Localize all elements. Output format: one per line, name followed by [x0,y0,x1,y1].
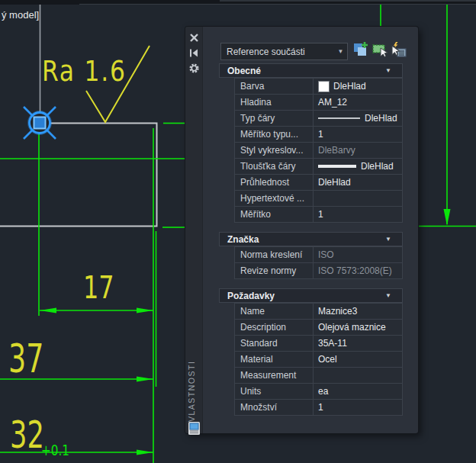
property-row: Norma kresleníISO [235,246,402,262]
object-type-dropdown[interactable]: Reference součásti ▼ [220,43,348,60]
dimension-text-17: 17 [83,269,114,306]
property-value[interactable] [314,368,402,383]
property-value[interactable]: 1 [314,400,402,415]
property-row: Unitsea [235,383,402,399]
property-label: Množství [235,400,314,415]
property-value-text: ISO [318,249,334,260]
property-row: BarvaDleHlad [235,78,402,94]
property-value[interactable]: 1 [314,207,402,222]
property-value[interactable]: Ocel [314,352,402,367]
property-value[interactable]: DleHlad [314,111,402,126]
property-value-text: Olejová maznice [318,322,386,333]
property-value-text: 1 [318,209,323,220]
property-row: Měřítko typu...1 [235,126,402,142]
section-rows: BarvaDleHladHladinaAM_12Typ čáryDleHladM… [234,78,403,223]
property-row: NameMaznice3 [235,303,402,319]
property-value[interactable]: DleHlad [314,159,402,174]
color-swatch-icon [318,81,330,92]
property-value[interactable]: Olejová maznice [314,320,402,335]
property-label: Units [235,384,314,399]
property-row: DescriptionOlejová maznice [235,319,402,335]
property-value-text: DleHlad [333,81,366,92]
select-objects-button[interactable] [371,41,388,58]
palette-sidebar[interactable]: VLASTNOSTI [185,27,203,433]
property-value-text: 1 [318,129,323,140]
property-label: Měřítko [235,207,314,222]
chevron-down-icon: ▼ [334,48,347,55]
section-header-1[interactable]: Značka▼ [219,232,403,246]
property-row: HladinaAM_12 [235,94,402,110]
property-label: Měřítko typu... [235,127,314,142]
property-value[interactable]: ea [314,384,402,399]
tolerance-upper: +0.1 [41,440,69,460]
section-rows: Norma kresleníISORevize normyISO 7573:20… [234,246,403,279]
property-label: Material [235,352,314,367]
property-row: Revize normyISO 7573:2008(E) [235,262,402,278]
property-label: Průhlednost [235,175,314,190]
dimension-text-37: 37 [8,336,43,381]
toggle-pickadd-button[interactable] [352,41,368,58]
property-label: Typ čáry [235,111,314,126]
surface-finish-text: Ra 1.6 [42,55,127,88]
section-title: Značka [220,234,385,245]
property-value-text: DleHlad [365,113,397,124]
property-row: Typ čáryDleHlad [235,110,402,126]
chevron-down-icon[interactable]: ▼ [385,236,402,243]
quick-select-button[interactable] [390,41,407,58]
property-label: Description [235,320,314,335]
property-value[interactable]: Maznice3 [314,304,402,319]
palette-title-vertical[interactable]: VLASTNOSTI [187,356,201,426]
property-label: Name [235,304,314,319]
auto-hide-icon[interactable] [188,47,200,59]
property-value-text: DleBarvy [318,145,355,156]
section-rows: NameMaznice3DescriptionOlejová mazniceSt… [234,303,403,416]
grip-marker[interactable] [24,107,56,139]
property-value[interactable]: DleHlad [314,175,402,190]
dimension-text-32: 32 [10,413,44,457]
property-row: Množství1 [235,399,402,415]
chevron-down-icon[interactable]: ▼ [385,292,402,299]
chevron-down-icon[interactable]: ▼ [385,67,402,74]
properties-grid: Obecné▼BarvaDleHladHladinaAM_12Typ čáryD… [219,63,403,416]
property-value[interactable]: DleBarvy [314,143,402,158]
property-label: Barva [235,79,314,94]
property-value-text: ISO 7573:2008(E) [318,265,392,276]
linetype-sample-icon [318,165,356,168]
section-header-2[interactable]: Požadavky▼ [219,288,403,303]
property-label: Revize normy [235,263,314,278]
property-label: Standard [235,336,314,351]
property-row: Measurement [235,367,402,383]
property-label: Measurement [235,368,314,383]
property-row: Měřítko1 [235,206,402,222]
property-row: PrůhlednostDleHlad [235,174,402,190]
linetype-sample-icon [318,117,360,119]
close-icon[interactable] [188,32,200,43]
section-title: Požadavky [220,291,385,301]
object-type-value: Reference součásti [221,47,334,57]
settings-gear-icon[interactable] [188,63,200,74]
property-value[interactable]: ISO [314,247,402,262]
properties-palette: VLASTNOSTI Reference součásti ▼ Obecné▼B… [185,27,418,433]
properties-window-icon [188,421,201,436]
section-title: Obecné [220,66,385,76]
property-value[interactable]: 35A-11 [314,336,402,351]
property-value[interactable]: ISO 7573:2008(E) [314,263,402,278]
property-value-text: Maznice3 [318,306,357,317]
section-header-0[interactable]: Obecné▼ [219,63,403,78]
property-value-text: Ocel [318,354,337,365]
property-row: MaterialOcel [235,351,402,367]
property-row: Hypertextové ... [235,190,402,206]
property-label: Styl vykreslov... [235,143,314,158]
property-label: Hypertextové ... [235,191,314,206]
property-label: Norma kreslení [235,247,314,262]
property-value-text: DleHlad [361,161,394,172]
property-value[interactable]: AM_12 [314,95,402,110]
tolerance-text: +0.1 -0.1 [41,400,69,463]
property-row: Styl vykreslov...DleBarvy [235,142,402,158]
property-value-text: 1 [318,402,323,413]
property-value-text: ea [318,386,328,397]
property-value[interactable] [314,191,402,206]
property-value-text: 35A-11 [318,338,347,349]
property-value[interactable]: DleHlad [314,79,402,94]
property-value[interactable]: 1 [314,127,402,142]
